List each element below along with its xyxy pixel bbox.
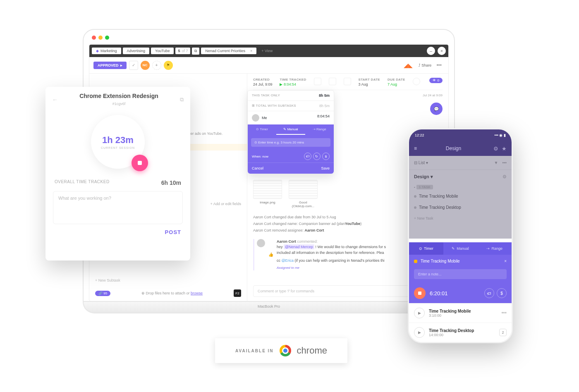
time-tracking-popover: THIS TASK ONLY8h 5m ⊞ TOTAL WITH SUBTASK… [247,90,334,174]
star-icon[interactable]: ★ [502,146,507,152]
avatar-me [252,114,259,122]
attachment-image[interactable]: image.png [253,180,282,208]
dropzone[interactable]: ⊕ Drop files here to attach or browse [115,291,230,295]
phone-tab-manual[interactable]: ✎ Manual [443,242,478,255]
phone-dollar-icon[interactable]: $ [497,288,507,298]
phone-header-title: Design [417,146,490,151]
more-icon[interactable]: ••• [502,160,507,165]
points-icon[interactable] [344,78,351,85]
add-edit-fields-link[interactable]: + Add or edit fields [211,202,241,206]
phone-entry-a[interactable]: ▶ Time Tracking Mobile3:10:00 ••• [409,303,512,323]
tt-save-button[interactable]: Save [321,166,330,170]
phone-entry-b[interactable]: ▶ Time Tracking Desktop14:00:00 2 [409,323,512,342]
tracked-label: TIME TRACKED [280,78,306,81]
chat-bubble-icon[interactable]: 💬 [430,103,443,115]
back-icon[interactable]: ← [52,96,58,103]
created-label: CREATED [253,78,273,81]
tt-total-label: ⊞ TOTAL WITH SUBTASKS [252,104,296,108]
minimize-button[interactable]: – [427,47,435,55]
due-value[interactable]: 7 Aug [388,82,405,86]
ext-stop-button[interactable] [132,155,148,171]
priority-flag-icon[interactable]: ⚑ [164,61,173,70]
sprint-icon[interactable] [329,78,336,85]
attachment-count-pill[interactable]: 🔗 95 [95,291,110,296]
settings-icon[interactable]: ⚙ [493,146,498,152]
tt-cancel-button[interactable]: Cancel [252,166,263,170]
chrome-extension-card: ← Chrome Extension Redesign #1cgv6f ⧉ 1h… [45,87,190,261]
gitlab-icon[interactable]: ◢◣ [404,62,413,69]
available-in-label: AVAILABLE IN [235,349,274,353]
due-label: DUE DATE [388,78,405,81]
ext-session-label: CURRENT SESSION [101,146,135,149]
created-value: 24 Jul, 9:09 [253,82,273,86]
breadcrumb-space[interactable]: ◆Marketing [92,48,121,54]
tt-tab-range[interactable]: ⇢ Range [305,124,334,135]
copy-icon[interactable]: ⧉ [192,48,199,55]
watchers-button[interactable]: 👁 0 [429,78,443,83]
filter-icon[interactable]: ▼ [494,160,498,165]
status-approved[interactable]: APPROVED▸ [93,62,127,69]
play-icon[interactable]: ▶ [414,308,425,318]
available-in-chrome-badge[interactable]: AVAILABLE IN chrome [215,338,347,363]
reminder-icon[interactable] [413,78,420,85]
ext-task-id: #1cgv6f [112,102,126,106]
breadcrumb-folder[interactable]: Advertising [123,48,150,54]
external-link-icon[interactable]: ⧉ [180,96,184,103]
chrome-label: chrome [297,345,327,356]
tt-time-input[interactable]: ⊙ Enter time e.g. 3 hours 20 mins [251,138,330,147]
mention-erica[interactable]: @Erica [281,258,294,263]
iphone-frame: 12:22 ••• ◉ ▮ ≡ Design ⚙ ★ ⊟ List ▾ ▼•••… [408,128,513,343]
close-button[interactable]: × [438,47,446,55]
ext-post-button[interactable]: POST [45,229,190,235]
tt-when-label[interactable]: When: now [252,155,268,158]
ext-overall-value: 6h 10m [161,179,181,186]
breadcrumb-list[interactable]: YouTube [151,48,174,54]
start-label: START DATE [359,78,380,81]
phone-new-task[interactable]: + New Task [409,213,512,224]
new-subtask-button[interactable]: + New Subtask [95,278,120,282]
phone-list-header[interactable]: Design ▾ ⚙ [409,170,512,184]
phone-tag-icon[interactable]: 🏷 [484,288,494,298]
assigned-to-me: Assigned to me [277,265,386,270]
phone-current-task[interactable]: Time Tracking Mobile × [409,255,512,268]
menu-icon[interactable]: ≡ [414,146,417,151]
tt-tab-manual[interactable]: ✎ Manual [276,124,305,135]
phone-task-a[interactable]: Time Tracking Mobile [409,191,512,202]
tt-tab-timer[interactable]: ⊙ Timer [248,124,276,135]
estimate-icon[interactable] [314,78,321,85]
status-dot-icon [414,260,417,263]
share-button[interactable]: ⤴ Share [419,63,432,67]
tab-priorities[interactable]: Nenad Current Priorities× [201,48,256,54]
start-value[interactable]: 3 Aug [359,82,380,86]
tt-billable-icon[interactable]: ↻ [313,153,321,160]
tt-thistask-label: THIS TASK ONLY [252,93,280,98]
tracked-value[interactable]: ▶ 8:04:54 [280,82,306,86]
assignee-avatar-nc[interactable]: NC [141,61,150,70]
phone-tab-timer[interactable]: ⊙ Timer [409,242,443,255]
phone-stop-button[interactable] [414,287,426,299]
phone-note-input[interactable] [414,269,507,279]
comment-author: Aaron Cort [277,239,296,244]
mention-nenad[interactable]: @Nenad Mercep [284,244,314,249]
tt-tag-icon[interactable]: 🏷 [304,153,311,160]
phone-status-icons: ••• ◉ ▮ [495,133,506,137]
figma-badge[interactable]: F 2 [234,289,241,297]
entry-more-icon[interactable]: ••• [501,310,507,316]
phone-task-b[interactable]: Time Tracking Desktop [409,202,512,213]
phone-task-count: • 1 TASK [409,184,512,191]
play-icon[interactable]: ▶ [414,327,425,338]
attachment-good[interactable]: Good (ClickUp.com... [289,180,318,208]
more-menu-icon[interactable]: ••• [436,62,442,68]
ext-note-input[interactable]: What are you working on? [53,191,183,224]
clear-task-icon[interactable]: × [504,259,507,263]
phone-tab-range[interactable]: ⇢ Range [477,242,512,255]
window-traffic-lights [92,36,109,40]
add-assignee-button[interactable]: + [152,61,161,70]
ext-session-time: 1h 23m [102,135,134,146]
ext-overall-label: OVERALL TIME TRACKED [55,179,110,186]
view-list[interactable]: ⊟ List ▾ [414,160,428,165]
check-button[interactable]: ✓ [129,61,138,70]
tt-dollar-icon[interactable]: $ [322,153,330,160]
add-view-button[interactable]: + View [258,49,276,53]
tt-total-value: 8h 5m [319,104,330,108]
